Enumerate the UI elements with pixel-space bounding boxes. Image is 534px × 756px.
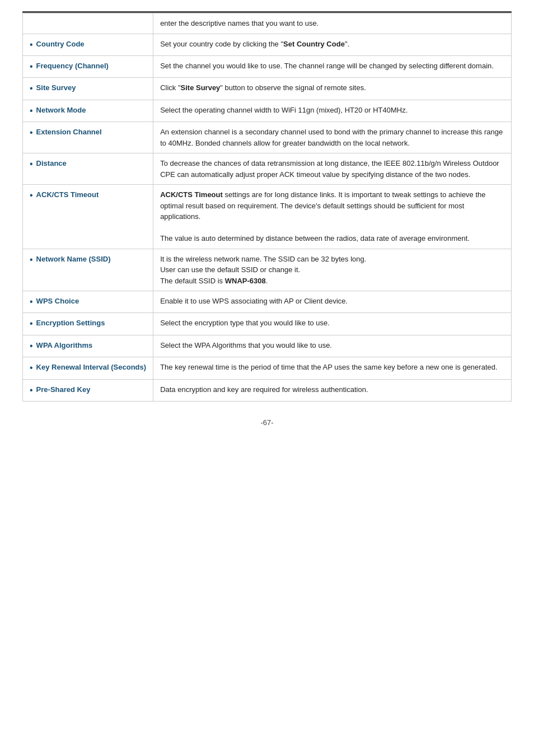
table-row: • Country Code Set your country code by …: [23, 34, 512, 55]
description-text: Select the WPA Algorithms that you would…: [160, 341, 332, 349]
term-cell: • ACK/CTS Timeout: [23, 185, 153, 249]
term-label: Key Renewal Interval (Seconds): [36, 362, 147, 373]
description-text: Set the channel you would like to use. T…: [160, 62, 494, 70]
description-cell: Select the encryption type that you woul…: [153, 313, 512, 335]
table-row: • ACK/CTS Timeout ACK/CTS Timeout settin…: [23, 185, 512, 249]
term-cell: • WPA Algorithms: [23, 335, 153, 357]
table-row: • Frequency (Channel) Set the channel yo…: [23, 55, 512, 77]
bullet-icon: •: [30, 158, 33, 170]
term-label: Encryption Settings: [36, 318, 105, 329]
bullet-icon: •: [30, 82, 33, 95]
description-cell: Set the channel you would like to use. T…: [153, 55, 512, 77]
description-text: Enable it to use WPS associating with AP…: [160, 297, 348, 305]
term-cell: • Frequency (Channel): [23, 55, 153, 77]
term-label: Network Mode: [36, 105, 86, 116]
description-cell: Set your country code by clicking the "S…: [153, 34, 512, 55]
description-text: To decrease the chances of data retransm…: [160, 159, 499, 179]
bullet-icon: •: [30, 318, 33, 330]
term-label: Site Survey: [36, 82, 76, 94]
bullet-icon: •: [30, 254, 33, 266]
bullet-icon: •: [30, 384, 33, 396]
bullet-icon: •: [30, 39, 33, 51]
table-row: • WPS Choice Enable it to use WPS associ…: [23, 291, 512, 313]
table-row: • Network Name (SSID) It is the wireless…: [23, 249, 512, 291]
bullet-icon: •: [30, 340, 33, 352]
description-cell: It is the wireless network name. The SSI…: [153, 249, 512, 291]
description-cell: ACK/CTS Timeout settings are for long di…: [153, 185, 512, 249]
bold-text: WNAP-6308: [225, 277, 266, 285]
table-row: • Pre-Shared Key Data encryption and key…: [23, 379, 512, 401]
table-row: enter the descriptive names that you wan…: [23, 13, 512, 34]
description-text: An extension channel is a secondary chan…: [160, 128, 503, 147]
bullet-icon: •: [30, 189, 33, 202]
bullet-icon: •: [30, 362, 33, 374]
term-cell: • Extension Channel: [23, 122, 153, 153]
description-cell: Select the WPA Algorithms that you would…: [153, 335, 512, 357]
settings-table: enter the descriptive names that you wan…: [22, 13, 512, 402]
bullet-icon: •: [30, 127, 33, 139]
bold-text: Set Country Code: [283, 40, 345, 48]
table-row: • Extension Channel An extension channel…: [23, 122, 512, 153]
description-text: Select the operating channel width to Wi…: [160, 106, 407, 114]
term-cell: • Country Code: [23, 34, 153, 55]
description-cell: Data encryption and key are required for…: [153, 379, 512, 401]
page-number: -67-: [22, 418, 512, 427]
description-text: enter the descriptive names that you wan…: [160, 19, 318, 27]
term-label: ACK/CTS Timeout: [36, 189, 99, 200]
term-cell: • Network Name (SSID): [23, 249, 153, 291]
term-label: Network Name (SSID): [36, 254, 111, 265]
description-text: The key renewal time is the period of ti…: [160, 363, 497, 371]
term-label: Extension Channel: [36, 127, 102, 138]
term-cell: • Network Mode: [23, 100, 153, 122]
term-cell: • Site Survey: [23, 78, 153, 100]
bold-text: Site Survey: [181, 83, 221, 92]
bold-text: ACK/CTS Timeout: [160, 190, 223, 199]
description-text: Data encryption and key are required for…: [160, 385, 368, 394]
description-cell: Select the operating channel width to Wi…: [153, 100, 512, 122]
table-row: • Network Mode Select the operating chan…: [23, 100, 512, 122]
description-cell: An extension channel is a secondary chan…: [153, 122, 512, 153]
table-row: • Encryption Settings Select the encrypt…: [23, 313, 512, 335]
term-cell: [23, 13, 153, 34]
term-label: Frequency (Channel): [36, 60, 109, 72]
term-cell: • WPS Choice: [23, 291, 153, 313]
term-cell: • Encryption Settings: [23, 313, 153, 335]
table-row: • Key Renewal Interval (Seconds) The key…: [23, 357, 512, 379]
bullet-icon: •: [30, 296, 33, 308]
table-row: • Site Survey Click "Site Survey" button…: [23, 78, 512, 100]
table-row: • WPA Algorithms Select the WPA Algorith…: [23, 335, 512, 357]
description-cell: Enable it to use WPS associating with AP…: [153, 291, 512, 313]
term-label: Pre-Shared Key: [36, 384, 91, 395]
description-cell: Click "Site Survey" button to observe th…: [153, 78, 512, 100]
bullet-icon: •: [30, 60, 33, 73]
description-cell: enter the descriptive names that you wan…: [153, 13, 512, 34]
term-label: WPS Choice: [36, 296, 79, 307]
term-cell: • Key Renewal Interval (Seconds): [23, 357, 153, 379]
bullet-icon: •: [30, 105, 33, 117]
term-cell: • Distance: [23, 153, 153, 185]
term-label: Distance: [36, 158, 67, 169]
description-cell: The key renewal time is the period of ti…: [153, 357, 512, 379]
description-cell: To decrease the chances of data retransm…: [153, 153, 512, 185]
term-label: WPA Algorithms: [36, 340, 93, 351]
term-cell: • Pre-Shared Key: [23, 379, 153, 401]
term-label: Country Code: [36, 39, 85, 50]
description-text: Select the encryption type that you woul…: [160, 319, 330, 327]
table-row: • Distance To decrease the chances of da…: [23, 153, 512, 185]
